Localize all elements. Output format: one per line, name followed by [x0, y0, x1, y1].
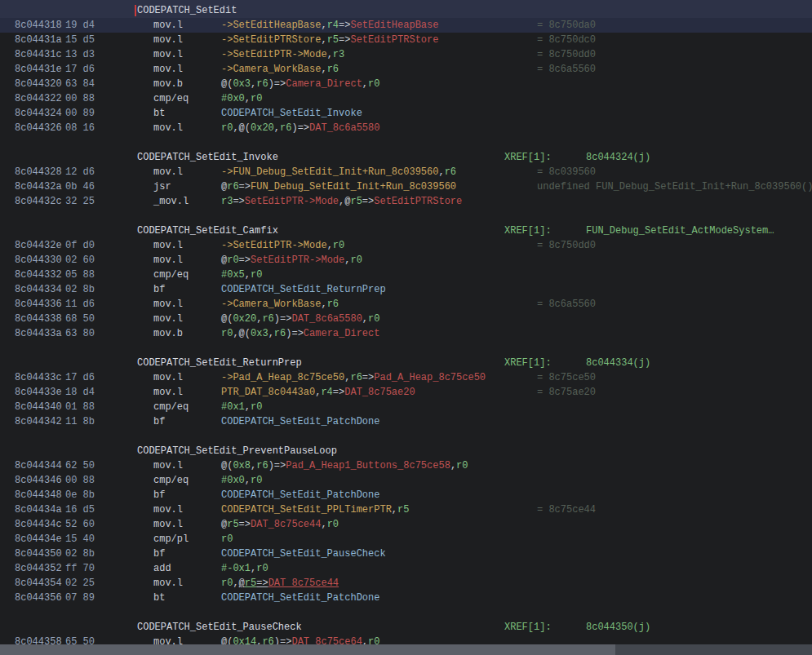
operand-token[interactable]: Camera_Direct — [304, 328, 380, 339]
operand-token[interactable]: , — [438, 166, 444, 178]
mnemonic[interactable]: mov.l — [153, 370, 183, 385]
listing-row[interactable]: 8c04435607 89btCODEPATCH_SetEdit_PatchDo… — [0, 591, 812, 605]
mnemonic[interactable]: mov.l — [153, 253, 183, 268]
mnemonic[interactable]: _mov.l — [153, 194, 189, 209]
listing-row[interactable]: 8c04432063 84mov.b@(0x3,r6)=>Camera_Dire… — [0, 77, 812, 91]
address[interactable]: 8c044328 — [15, 165, 62, 179]
operand-token[interactable]: )=> — [274, 313, 292, 325]
address[interactable]: 8c04431a — [15, 33, 62, 47]
operand-token[interactable]: r6 — [327, 64, 339, 75]
mnemonic[interactable]: add — [153, 561, 171, 576]
mnemonic[interactable]: mov.l — [153, 297, 183, 312]
scrollbar-thumb[interactable] — [0, 644, 615, 655]
address[interactable]: 8c04433e — [15, 385, 62, 400]
address[interactable]: 8c044338 — [15, 312, 62, 326]
operand-token[interactable]: , — [321, 64, 326, 75]
operand-token[interactable]: , — [321, 299, 326, 310]
operand-token[interactable]: @( — [221, 313, 233, 325]
listing-row[interactable]: 8c04434c52 60mov.l@r5=>DAT_8c75ce44,r0 — [0, 517, 812, 532]
address[interactable]: 8c04432c — [15, 194, 62, 209]
operand-token[interactable]: DAT_8c6a5580 — [309, 122, 379, 134]
address[interactable]: 8c044356 — [15, 591, 62, 605]
mnemonic[interactable]: mov.l — [153, 18, 183, 33]
operand-token[interactable]: r0 — [256, 563, 268, 574]
operand-token[interactable]: r0 — [251, 269, 262, 281]
operand-token[interactable]: => — [239, 181, 251, 193]
mnemonic[interactable]: mov.b — [153, 77, 183, 91]
mnemonic[interactable]: mov.l — [153, 121, 183, 135]
mnemonic[interactable]: cmp/pl — [153, 532, 189, 547]
operand-token[interactable]: r6 — [262, 313, 273, 325]
address[interactable]: 8c04434a — [15, 502, 62, 517]
operand-token[interactable]: CODEPATCH_SetEdit_PatchDone — [221, 416, 379, 427]
operand-token[interactable]: => — [239, 519, 251, 530]
listing-row[interactable]: 8c04432400 89btCODEPATCH_SetEdit_Invoke — [0, 106, 812, 121]
operand-token[interactable]: r6 — [280, 122, 291, 134]
operand-token[interactable]: CODEPATCH_SetEdit_PatchDone — [221, 592, 379, 604]
operand-token[interactable]: r5 — [327, 34, 339, 46]
operand-token[interactable]: #0x1 — [221, 401, 245, 413]
operand-token[interactable]: , — [233, 578, 238, 589]
operand-token[interactable]: , — [245, 93, 251, 104]
address[interactable]: 8c04432a — [15, 179, 62, 194]
address[interactable]: 8c044324 — [15, 106, 62, 121]
operand-token[interactable]: CODEPATCH_SetEdit_PauseCheck — [221, 548, 386, 560]
operand-token[interactable]: r5 — [397, 504, 409, 516]
address[interactable]: 8c044340 — [15, 400, 62, 414]
operand-token[interactable]: , — [362, 78, 368, 90]
mnemonic[interactable]: cmp/eq — [153, 473, 189, 488]
listing-row[interactable]: 8c04433868 50mov.l@(0x20,r6)=>DAT_8c6a55… — [0, 312, 812, 326]
mnemonic[interactable]: mov.l — [153, 33, 183, 47]
operand-token[interactable]: r4 — [321, 387, 332, 398]
operand-token[interactable]: CODEPATCH_SetEdit_Invoke — [221, 108, 362, 119]
address[interactable]: 8c044350 — [15, 547, 62, 561]
operand-token[interactable]: r0 — [251, 93, 262, 104]
operand-token[interactable]: SetEditPTRStore — [374, 196, 462, 207]
listing-row[interactable]: 8c04433402 8bbfCODEPATCH_SetEdit_ReturnP… — [0, 282, 812, 297]
block-label[interactable]: CODEPATCH_SetEdit_PreventPauseLoop — [137, 444, 337, 458]
operand-token[interactable]: )=> — [286, 328, 304, 339]
operand-token[interactable]: 0x20 — [251, 122, 274, 134]
address[interactable]: 8c044318 — [15, 18, 62, 33]
operand-token[interactable]: r0 — [221, 328, 233, 339]
operand-token[interactable]: r0 — [350, 254, 362, 266]
horizontal-scrollbar[interactable] — [0, 644, 812, 655]
operand-token[interactable]: SetEditPTR->Mode — [245, 196, 339, 207]
operand-token[interactable]: Pad_A_Heap1_Buttons_8c75ce58 — [286, 460, 450, 471]
listing-row[interactable]: 8c04435402 25mov.lr0,@r5=>DAT_8c75ce44 — [0, 576, 812, 591]
mnemonic[interactable]: mov.l — [153, 502, 183, 517]
listing-row[interactable]: 8c04434462 50mov.l@(0x8,r6)=>Pad_A_Heap1… — [0, 458, 812, 473]
address[interactable]: 8c044330 — [15, 253, 62, 268]
operand-token[interactable]: , — [274, 122, 280, 134]
operand-token[interactable]: CODEPATCH_SetEdit_ReturnPrep — [221, 284, 386, 295]
block-label[interactable]: CODEPATCH_SetEdit_PauseCheck — [137, 620, 302, 635]
address[interactable]: 8c044342 — [15, 414, 62, 429]
address[interactable]: 8c04431c — [15, 47, 62, 62]
mnemonic[interactable]: mov.l — [153, 576, 183, 591]
listing-row[interactable]: 8c04431819 d4mov.l->SetEditHeapBase,r4=>… — [0, 18, 812, 33]
operand-token[interactable]: r5 — [245, 578, 256, 589]
label-row[interactable]: CODEPATCH_SetEdit_PauseCheckXREF[1]:8c04… — [0, 620, 812, 635]
operand-token[interactable]: , — [321, 34, 326, 46]
listing-row[interactable]: 8c04433611 d6mov.l->Camera_WorkBase,r6= … — [0, 297, 812, 312]
operand-token[interactable]: @ — [239, 578, 245, 589]
operand-token[interactable]: CODEPATCH_SetEdit_PPLTimerPTR — [221, 504, 392, 516]
operand-token[interactable]: => — [339, 20, 350, 31]
mnemonic[interactable]: bf — [153, 282, 165, 297]
mnemonic[interactable]: mov.l — [153, 517, 183, 532]
operand-token[interactable]: ->Camera_WorkBase — [221, 299, 321, 310]
operand-token[interactable]: DAT_8c6a5580 — [291, 313, 362, 325]
label-row[interactable]: CODEPATCH_SetEdit_ReturnPrepXREF[1]:8c04… — [0, 356, 812, 370]
operand-token[interactable]: #0x0 — [221, 93, 245, 104]
address[interactable]: 8c044344 — [15, 458, 62, 473]
address[interactable]: 8c04434e — [15, 532, 62, 547]
operand-token[interactable]: r6 — [350, 372, 362, 383]
listing-row[interactable]: 8c044352ff 70add#-0x1,r0 — [0, 561, 812, 576]
listing-row[interactable]: 8c04433205 88cmp/eq#0x5,r0 — [0, 268, 812, 282]
operand-token[interactable]: r0 — [221, 533, 233, 545]
address[interactable]: 8c044332 — [15, 268, 62, 282]
operand-token[interactable]: , — [245, 401, 251, 413]
operand-token[interactable]: => — [233, 196, 244, 207]
operand-token[interactable]: r0 — [251, 401, 262, 413]
operand-token[interactable]: )=> — [268, 78, 286, 90]
